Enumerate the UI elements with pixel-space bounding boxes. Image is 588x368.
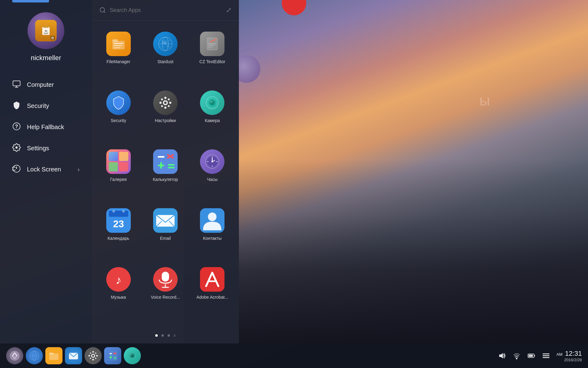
taskbar-browser[interactable] <box>26 347 43 364</box>
app-item-cz-text[interactable]: CZ TextEditor <box>189 27 236 86</box>
sidebar-item-lock-label: Lock Screen <box>27 166 61 173</box>
page-dot-1[interactable] <box>155 334 158 337</box>
calculator-app-icon <box>153 149 178 174</box>
svg-point-83 <box>30 351 39 360</box>
volume-icon <box>498 352 506 360</box>
sidebar-item-settings[interactable]: Settings <box>6 138 86 159</box>
music-app-icon: ♪ <box>106 267 131 292</box>
menu-status[interactable] <box>542 351 550 360</box>
voice-app-icon <box>153 267 178 292</box>
app-item-calculator[interactable]: Калькулятор <box>142 144 189 203</box>
time-ampm: AM <box>556 352 563 357</box>
svg-point-95 <box>90 358 91 359</box>
app-item-music[interactable]: ♪ Музыка <box>95 262 142 321</box>
svg-text:?: ? <box>15 124 18 129</box>
app-item-email[interactable]: Email <box>142 203 189 262</box>
taskbar-files[interactable] <box>45 347 62 364</box>
sidebar-item-lock-screen[interactable]: Lock Screen › <box>6 159 86 180</box>
app-label-gallery: Галерея <box>110 177 127 182</box>
contacts-app-icon <box>200 208 224 233</box>
svg-rect-112 <box>534 355 535 357</box>
stardust-app-icon <box>153 32 178 56</box>
page-next-arrow[interactable]: › <box>174 332 175 339</box>
security-icon <box>12 101 21 111</box>
person-icon <box>200 208 224 233</box>
app-label-settings-ru: Настройки <box>155 118 176 123</box>
gallery-app-icon <box>106 149 131 174</box>
coffee-cup-icon: ☕ <box>40 25 52 37</box>
app-item-security[interactable]: Security <box>95 86 142 144</box>
wifi-status[interactable] <box>512 351 521 360</box>
avatar: ☕ <box>28 12 64 49</box>
svg-point-8 <box>100 8 105 12</box>
app-item-adobe[interactable]: Adobe Acrobat... <box>189 262 236 321</box>
svg-rect-40 <box>119 152 128 161</box>
username: nickmeller <box>31 54 61 62</box>
chevron-right-icon: › <box>77 166 80 173</box>
svg-rect-98 <box>109 353 112 354</box>
sidebar-item-computer[interactable]: Computer <box>6 74 86 95</box>
svg-rect-77 <box>200 267 224 292</box>
app-item-clock[interactable]: Часы <box>189 144 236 203</box>
page-dot-3[interactable] <box>168 334 170 337</box>
app-label-file-manager: FileManager <box>107 59 130 64</box>
svg-rect-39 <box>109 152 118 161</box>
expand-icon[interactable]: ⤢ <box>226 6 232 14</box>
search-bar: ⤢ <box>92 0 239 21</box>
pdf-icon <box>200 267 224 292</box>
svg-rect-1 <box>43 26 49 28</box>
svg-rect-103 <box>114 357 116 358</box>
calc-tb-icon <box>107 350 118 361</box>
search-input[interactable] <box>110 7 222 13</box>
taskbar-gear[interactable] <box>85 347 102 364</box>
app-item-settings[interactable]: Настройки <box>142 86 189 144</box>
svg-point-33 <box>168 105 170 107</box>
gallery-grid-icon <box>106 149 131 174</box>
sidebar-item-help[interactable]: ? Help Fallback <box>6 117 86 138</box>
app-item-contacts[interactable]: Контакты <box>189 203 236 262</box>
svg-rect-97 <box>108 351 118 361</box>
taskbar-calculator[interactable] <box>104 347 121 364</box>
app-label-cz-text: CZ TextEditor <box>199 59 225 64</box>
app-item-camera[interactable]: Камера <box>189 86 236 144</box>
calendar-app-icon: 23 <box>106 208 131 233</box>
app-item-gallery[interactable]: Галерея <box>95 144 142 203</box>
app-item-file-manager[interactable]: FileManager <box>95 27 142 86</box>
svg-point-29 <box>169 102 171 104</box>
globe-icon <box>157 36 173 52</box>
app-item-voice-recorder[interactable]: Voice Record... <box>142 262 189 321</box>
app-drawer: ⤢ FileManager <box>92 0 239 343</box>
avatar-icon: ☕ <box>35 20 57 41</box>
svg-point-108 <box>131 354 132 355</box>
sidebar-item-security[interactable]: Security <box>6 95 86 117</box>
svg-rect-12 <box>114 45 122 46</box>
svg-point-31 <box>168 98 170 100</box>
svg-marker-109 <box>499 353 503 358</box>
music-note-icon: ♪ <box>106 267 131 292</box>
svg-rect-4 <box>13 81 20 86</box>
svg-point-25 <box>164 102 167 104</box>
hamburger-icon <box>542 352 550 360</box>
page-dot-2[interactable] <box>161 334 164 337</box>
svg-point-63 <box>112 210 115 213</box>
app-item-calendar[interactable]: 23 Календарь <box>95 203 142 262</box>
svg-rect-113 <box>529 355 533 357</box>
battery-icon <box>527 352 535 360</box>
app-item-stardust[interactable]: Stardust <box>142 27 189 86</box>
taskbar-mail[interactable] <box>65 347 82 364</box>
taskbar-camera[interactable] <box>124 347 141 364</box>
battery-status[interactable] <box>527 351 536 360</box>
svg-rect-50 <box>168 167 175 168</box>
svg-rect-48 <box>160 162 162 169</box>
volume-status[interactable] <box>498 351 506 360</box>
help-icon: ? <box>12 122 21 132</box>
calendar-icon: 23 <box>106 208 131 233</box>
page-indicator: › <box>92 327 239 343</box>
camera-tb-icon <box>127 350 138 361</box>
camera-app-icon <box>200 90 224 115</box>
svg-point-27 <box>164 107 166 109</box>
taskbar-launcher[interactable] <box>6 347 23 364</box>
svg-rect-13 <box>114 47 120 48</box>
sidebar-item-settings-label: Settings <box>27 145 49 152</box>
file-manager-app-icon <box>106 32 131 56</box>
